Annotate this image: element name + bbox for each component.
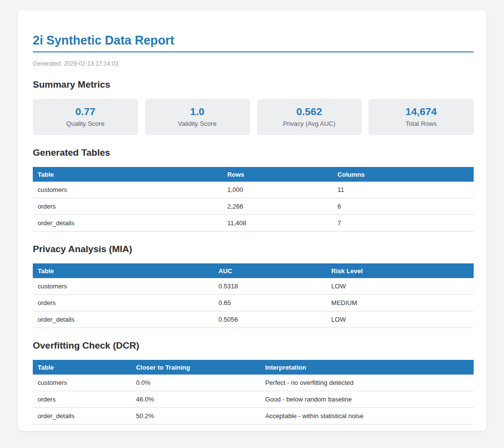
table-row: order_details 50.2% Acceptable - within … [33, 408, 474, 424]
table-header-row: Table Closer to Training Interpretation [33, 360, 474, 375]
metric-card-privacy-avg-auc: 0.562 Privacy (Avg AUC) [257, 99, 362, 135]
table-row: orders 0.65 MEDIUM [33, 295, 474, 311]
column-header-interpretation: Interpretation [260, 360, 474, 375]
cell-table-name: orders [33, 391, 131, 408]
metric-value: 14,674 [373, 105, 469, 118]
cell-table-name: customers [33, 278, 213, 295]
column-header-closer-to-training: Closer to Training [131, 360, 260, 375]
table-header-row: Table Rows Columns [33, 167, 474, 182]
table-row: customers 1,000 11 [33, 182, 474, 198]
column-header-table: Table [33, 263, 213, 278]
metric-card-validity-score: 1.0 Validity Score [145, 99, 250, 135]
cell-table-name: order_details [33, 215, 222, 232]
metric-label: Total Rows [373, 119, 469, 128]
metric-value: 0.562 [262, 105, 357, 118]
section-heading-generated-tables: Generated Tables [33, 147, 474, 158]
table-row: orders 2,266 6 [33, 198, 474, 215]
metric-label: Privacy (Avg AUC) [262, 119, 357, 128]
risk-level-badge: MEDIUM [326, 295, 474, 311]
cell-rows: 1,000 [222, 182, 332, 198]
cell-rows: 11,408 [222, 215, 332, 232]
cell-auc: 0.5318 [213, 278, 326, 295]
metric-label: Quality Score [38, 119, 133, 128]
report-card: 2i Synthetic Data Report Generated: 2026… [18, 10, 486, 431]
section-heading-summary-metrics: Summary Metrics [33, 79, 474, 90]
cell-columns: 11 [333, 182, 474, 198]
metric-card-total-rows: 14,674 Total Rows [368, 99, 474, 135]
table-row: orders 46.0% Good - below random baselin… [33, 391, 474, 408]
column-header-columns: Columns [333, 167, 474, 182]
summary-metrics-row: 0.77 Quality Score 1.0 Validity Score 0.… [33, 99, 474, 135]
overfitting-check-table: Table Closer to Training Interpretation … [33, 360, 474, 424]
cell-table-name: customers [33, 182, 222, 198]
metric-value: 1.0 [150, 105, 245, 118]
cell-table-name: order_details [33, 311, 213, 328]
cell-table-name: orders [33, 198, 222, 215]
privacy-analysis-table: Table AUC Risk Level customers 0.5318 LO… [33, 263, 474, 328]
cell-rows: 2,266 [222, 198, 332, 215]
risk-level-badge: LOW [326, 278, 474, 295]
column-header-risk-level: Risk Level [326, 263, 474, 278]
cell-columns: 6 [333, 198, 474, 215]
cell-interpretation: Acceptable - within statistical noise [260, 408, 474, 424]
cell-table-name: order_details [33, 408, 131, 424]
table-row: customers 0.5318 LOW [33, 278, 474, 295]
generated-tables-table: Table Rows Columns customers 1,000 11 or… [33, 167, 474, 232]
cell-closer-to-training: 50.2% [131, 408, 260, 424]
risk-level-badge: LOW [326, 311, 474, 328]
cell-table-name: orders [33, 295, 213, 311]
table-header-row: Table AUC Risk Level [33, 263, 474, 278]
cell-auc: 0.65 [213, 295, 326, 311]
section-heading-overfitting-check: Overfitting Check (DCR) [33, 340, 474, 351]
table-row: customers 0.0% Perfect - no overfitting … [33, 375, 474, 391]
column-header-rows: Rows [222, 167, 332, 182]
table-row: order_details 0.5056 LOW [33, 311, 474, 328]
cell-closer-to-training: 0.0% [131, 375, 260, 391]
cell-columns: 7 [333, 215, 474, 232]
cell-table-name: customers [33, 375, 131, 391]
cell-interpretation: Perfect - no overfitting detected [260, 375, 474, 391]
column-header-table: Table [33, 360, 131, 375]
generated-timestamp: Generated: 2026-02-13 17:14:03 [33, 60, 474, 67]
metric-label: Validity Score [150, 119, 245, 128]
cell-interpretation: Good - below random baseline [260, 391, 474, 408]
section-heading-privacy-analysis: Privacy Analysis (MIA) [33, 244, 474, 255]
cell-closer-to-training: 46.0% [131, 391, 260, 408]
column-header-auc: AUC [213, 263, 326, 278]
metric-value: 0.77 [38, 105, 133, 118]
metric-card-quality-score: 0.77 Quality Score [33, 99, 138, 135]
cell-auc: 0.5056 [213, 311, 326, 328]
table-row: order_details 11,408 7 [33, 215, 474, 232]
page-title: 2i Synthetic Data Report [33, 33, 474, 52]
column-header-table: Table [33, 167, 222, 182]
